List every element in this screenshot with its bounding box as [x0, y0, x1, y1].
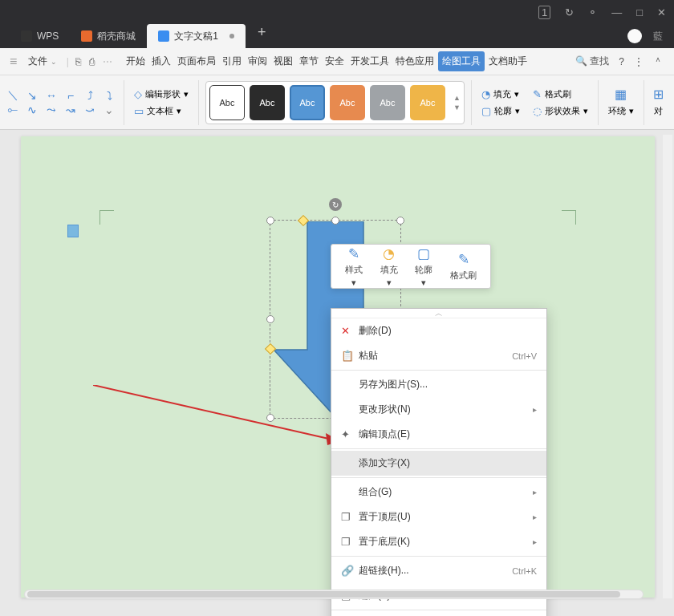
wrap-button[interactable]: 环绕 ▾	[605, 103, 637, 119]
ctx-paste[interactable]: 📋粘贴Ctrl+V	[331, 343, 546, 368]
rtab-devtools[interactable]: 开发工具	[348, 51, 392, 71]
print-icon[interactable]: ⎙	[86, 56, 98, 67]
handle-bl[interactable]	[266, 414, 274, 422]
line-tool-11[interactable]: ⤻	[82, 103, 98, 116]
undo-icon[interactable]: ⋯	[99, 56, 116, 67]
rtab-dochelper[interactable]: 文档助手	[486, 51, 530, 71]
docer-icon	[81, 30, 92, 42]
adjust-handle-1[interactable]	[298, 215, 309, 226]
line-tool-3[interactable]: ↔	[43, 89, 59, 102]
save-icon[interactable]: ⎘	[72, 56, 84, 67]
mini-brush[interactable]: ✎格式刷	[450, 251, 477, 282]
ctx-delete[interactable]: ✕删除(D)	[331, 318, 546, 343]
mini-fill[interactable]: ◔填充 ▾	[380, 245, 398, 288]
line-tool-7[interactable]: ⟜	[5, 103, 21, 116]
rtab-drawtools[interactable]: 绘图工具	[438, 51, 485, 71]
rotate-handle[interactable]: ↻	[329, 198, 342, 211]
tab-document[interactable]: 文字文稿1	[147, 24, 246, 48]
edit-shape-button[interactable]: ◇编辑形状 ▾	[131, 87, 192, 102]
ctx-bring-front[interactable]: ❐置于顶层(U)▸	[331, 505, 546, 529]
fill-button[interactable]: ◔填充 ▾	[478, 87, 523, 102]
context-menu: ︿ ✕删除(D) 📋粘贴Ctrl+V 另存为图片(S)... 更改形状(N)▸ …	[331, 308, 547, 616]
handle-tr[interactable]	[396, 217, 404, 225]
align-button[interactable]: 对	[651, 103, 666, 119]
rtab-insert[interactable]: 插入	[149, 51, 173, 71]
handle-ml[interactable]	[266, 315, 274, 323]
tab-docer-label: 稻壳商城	[97, 30, 136, 43]
margin-mark-tl	[99, 210, 114, 225]
mini-outline[interactable]: ▢轮廓 ▾	[415, 245, 432, 288]
gallery-up[interactable]: ▲	[453, 94, 461, 102]
ctx-wrap[interactable]: ≣文字环绕▸	[331, 612, 546, 616]
mini-style[interactable]: ✎样式 ▾	[345, 245, 363, 288]
shape-style-gallery: Abc Abc Abc Abc Abc Abc ▲▼	[205, 81, 465, 124]
gallery-down[interactable]: ▼	[453, 103, 461, 111]
line-tool-8[interactable]: ∿	[24, 103, 40, 116]
help-button[interactable]: ?	[619, 56, 624, 67]
style-swatch-4[interactable]: Abc	[330, 85, 365, 120]
line-tool-more[interactable]: ⌄	[101, 103, 117, 116]
maximize-icon[interactable]: □	[636, 6, 643, 18]
adjust-handle-2[interactable]	[265, 343, 276, 355]
hamburger-icon[interactable]: ≡	[6, 55, 20, 69]
close-icon[interactable]: ✕	[657, 6, 666, 18]
fill-icon: ◔	[481, 88, 490, 100]
outline-button[interactable]: ▢轮廓 ▾	[478, 103, 523, 119]
rtab-layout[interactable]: 页面布局	[175, 51, 218, 71]
rtab-review[interactable]: 审阅	[246, 51, 270, 71]
file-menu[interactable]: 文件 ⌄	[22, 51, 63, 71]
avatar[interactable]	[627, 29, 642, 43]
rtab-reference[interactable]: 引用	[220, 51, 244, 71]
style-swatch-5[interactable]: Abc	[370, 85, 405, 120]
ctx-hyperlink[interactable]: 🔗超链接(H)...Ctrl+K	[331, 558, 546, 583]
doc-icon	[158, 30, 169, 42]
ctx-group[interactable]: 组合(G)▸	[331, 480, 546, 505]
minimize-icon[interactable]: —	[611, 6, 622, 18]
search-button[interactable]: 🔍 查找	[575, 55, 609, 68]
line-tool-6[interactable]: ⤵	[101, 89, 117, 102]
vertical-scrollbar[interactable]	[663, 135, 672, 598]
ctx-save-img[interactable]: 另存为图片(S)...	[331, 372, 546, 397]
line-tool-10[interactable]: ↝	[63, 103, 79, 116]
edit-shape-icon: ◇	[134, 88, 142, 100]
rtab-chapter[interactable]: 章节	[297, 51, 321, 71]
tab-wps[interactable]: WPS	[10, 24, 70, 48]
ctx-scroll-up[interactable]: ︿	[331, 309, 546, 318]
ctx-change-shape[interactable]: 更改形状(N)▸	[331, 397, 546, 422]
line-tool-5[interactable]: ⤴	[82, 89, 98, 102]
canvas[interactable]: ↻ ✎样式 ▾ ◔填充 ▾ ▢轮廓 ▾ ✎格式刷 ︿ ✕删除(D) 📋粘贴Ctr…	[10, 130, 663, 602]
link-icon: 🔗	[341, 565, 359, 577]
style-swatch-3[interactable]: Abc	[290, 85, 325, 120]
handle-tl[interactable]	[266, 217, 274, 225]
paste-icon: 📋	[341, 350, 359, 362]
style-swatch-6[interactable]: Abc	[410, 85, 445, 120]
tab-docer[interactable]: 稻壳商城	[70, 24, 147, 48]
style-swatch-2[interactable]: Abc	[250, 85, 285, 120]
ctx-edit-vertex[interactable]: ✦编辑顶点(E)	[331, 422, 546, 447]
line-tool-1[interactable]: ＼	[5, 89, 21, 102]
textbox-button[interactable]: ▭文本框 ▾	[131, 103, 192, 119]
format-brush-button[interactable]: ✎格式刷	[530, 87, 591, 102]
horizontal-scrollbar[interactable]	[24, 590, 644, 599]
rtab-special[interactable]: 特色应用	[393, 51, 436, 71]
shape-effect-button[interactable]: ◌形状效果 ▾	[530, 103, 591, 119]
rtab-start[interactable]: 开始	[124, 51, 148, 71]
line-tool-2[interactable]: ↘	[24, 89, 40, 102]
rtab-security[interactable]: 安全	[323, 51, 347, 71]
ctx-add-text[interactable]: 添加文字(X)	[331, 451, 546, 476]
line-tool-9[interactable]: ⤳	[43, 103, 59, 116]
paragraph-icon[interactable]	[67, 225, 79, 237]
collapse-ribbon[interactable]: ＾	[653, 55, 663, 68]
align-icon: ⊞	[653, 87, 664, 102]
style-swatch-1[interactable]: Abc	[209, 85, 245, 120]
menu-icon[interactable]: ⚬	[588, 6, 597, 18]
handle-tm[interactable]	[331, 217, 339, 225]
more-button[interactable]: ⋮	[634, 56, 644, 67]
sync-icon[interactable]: ↻	[565, 6, 574, 18]
style-icon: ✎	[348, 245, 359, 262]
rtab-view[interactable]: 视图	[271, 51, 295, 71]
line-tool-4[interactable]: ⌐	[63, 89, 79, 102]
wrap-icon: ▦	[615, 87, 627, 102]
ctx-send-back[interactable]: ❐置于底层(K)▸	[331, 529, 546, 554]
tab-add[interactable]: +	[246, 24, 278, 48]
